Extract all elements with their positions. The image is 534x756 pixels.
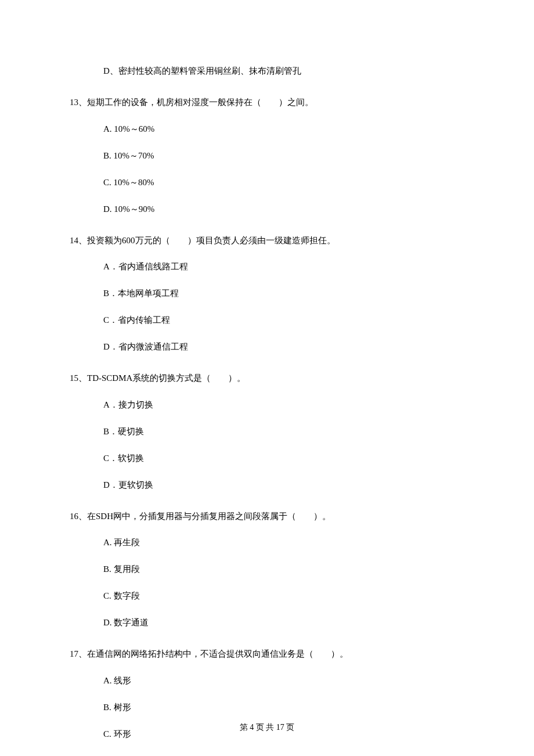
page-content: D、密封性较高的塑料管采用铜丝刷、抹布清刷管孔 13、短期工作的设备，机房相对湿… [0, 0, 534, 741]
option-a: A. 再生段 [103, 535, 464, 549]
question-15: 15、TD-SCDMA系统的切换方式是（ ）。 A．接力切换 B．硬切换 C．软… [70, 371, 464, 492]
option-a: A．省内通信线路工程 [103, 260, 464, 273]
option-c: C. 10%～80% [103, 175, 464, 189]
option-c: C．软切换 [103, 451, 464, 465]
question-text: 短期工作的设备，机房相对湿度一般保持在（ ）之间。 [87, 98, 313, 107]
option-d: D．更软切换 [103, 478, 464, 492]
question-text: TD-SCDMA系统的切换方式是（ ）。 [87, 373, 246, 383]
options-list: A．接力切换 B．硬切换 C．软切换 D．更软切换 [70, 398, 464, 492]
option-a: A．接力切换 [103, 398, 464, 412]
option-text: D、密封性较高的塑料管采用铜丝刷、抹布清刷管孔 [103, 66, 301, 75]
page-footer: 第 4 页 共 17 页 [0, 721, 534, 734]
option-a: A. 10%～60% [103, 122, 464, 136]
option-d: D. 10%～90% [103, 202, 464, 216]
question-number: 13、 [70, 98, 87, 107]
option-b: B．本地网单项工程 [103, 286, 464, 300]
question-number: 14、 [70, 236, 87, 245]
question-number: 17、 [70, 649, 87, 658]
option-b: B. 树形 [103, 700, 464, 714]
options-list: A. 10%～60% B. 10%～70% C. 10%～80% D. 10%～… [70, 122, 464, 216]
question-number: 15、 [70, 373, 87, 383]
page-number-text: 第 4 页 共 17 页 [240, 723, 295, 732]
option-d: D. 数字通道 [103, 615, 464, 629]
question-stem: 17、在通信网的网络拓扑结构中，不适合提供双向通信业务是（ ）。 [70, 647, 464, 662]
question-number: 16、 [70, 512, 87, 521]
options-list: A．省内通信线路工程 B．本地网单项工程 C．省内传输工程 D．省内微波通信工程 [70, 260, 464, 354]
question-13: 13、短期工作的设备，机房相对湿度一般保持在（ ）之间。 A. 10%～60% … [70, 95, 464, 216]
option-b: B．硬切换 [103, 424, 464, 438]
question-16: 16、在SDH网中，分插复用器与分插复用器之间段落属于（ ）。 A. 再生段 B… [70, 509, 464, 630]
question-stem: 16、在SDH网中，分插复用器与分插复用器之间段落属于（ ）。 [70, 509, 464, 524]
options-list: A. 再生段 B. 复用段 C. 数字段 D. 数字通道 [70, 535, 464, 629]
question-stem: 15、TD-SCDMA系统的切换方式是（ ）。 [70, 371, 464, 386]
question-text: 在SDH网中，分插复用器与分插复用器之间段落属于（ ）。 [87, 512, 331, 521]
option-a: A. 线形 [103, 674, 464, 687]
question-stem: 13、短期工作的设备，机房相对湿度一般保持在（ ）之间。 [70, 95, 464, 110]
option-c: C．省内传输工程 [103, 313, 464, 327]
question-text: 在通信网的网络拓扑结构中，不适合提供双向通信业务是（ ）。 [87, 649, 348, 658]
orphan-option: D、密封性较高的塑料管采用铜丝刷、抹布清刷管孔 [70, 64, 464, 78]
question-14: 14、投资额为600万元的（ ）项目负责人必须由一级建造师担任。 A．省内通信线… [70, 233, 464, 354]
question-stem: 14、投资额为600万元的（ ）项目负责人必须由一级建造师担任。 [70, 233, 464, 249]
option-d: D．省内微波通信工程 [103, 340, 464, 354]
option-c: C. 数字段 [103, 589, 464, 603]
question-text: 投资额为600万元的（ ）项目负责人必须由一级建造师担任。 [87, 236, 335, 245]
option-b: B. 复用段 [103, 562, 464, 576]
option-b: B. 10%～70% [103, 149, 464, 163]
